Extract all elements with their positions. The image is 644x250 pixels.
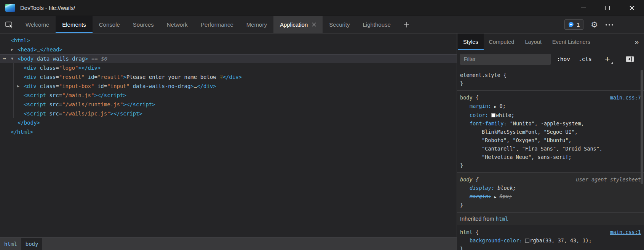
- toggle-pseudo-state-button[interactable]: :hov: [557, 56, 570, 62]
- toggle-element-classes-button[interactable]: .cls: [578, 56, 592, 62]
- row-actions-icon[interactable]: ⋯: [3, 54, 6, 63]
- styles-filter-input[interactable]: [460, 54, 551, 65]
- styles-toolbar: :hov .cls +: [457, 50, 644, 68]
- expand-arrow-icon[interactable]: ▶: [11, 45, 13, 54]
- css-declaration[interactable]: font-family: "Nunito", -apple-system,: [460, 119, 641, 128]
- close-tab-icon[interactable]: [312, 22, 316, 27]
- dom-tree-row[interactable]: <html>: [0, 36, 457, 45]
- css-property-value[interactable]: block;: [497, 185, 516, 191]
- rule-selector[interactable]: body: [460, 175, 473, 184]
- tab-security[interactable]: Security: [323, 16, 356, 33]
- chevrons-right-icon: »: [634, 38, 639, 46]
- close-button[interactable]: [620, 0, 644, 16]
- css-declaration[interactable]: color: white;: [460, 111, 641, 119]
- sidebar-tab-styles[interactable]: Styles: [458, 34, 484, 50]
- css-property-name[interactable]: margin:: [470, 193, 491, 199]
- css-declaration[interactable]: margin: ▶ 8px;: [460, 192, 641, 201]
- css-property-name[interactable]: background-color:: [470, 237, 522, 244]
- code-token-tag: <script: [24, 111, 46, 117]
- sidebar-scrollbar[interactable]: [641, 70, 643, 184]
- css-property-value-wrap[interactable]: "Helvetica Neue", sans-serif;: [460, 153, 641, 161]
- tab-welcome[interactable]: Welcome: [19, 16, 56, 33]
- dom-tree-row[interactable]: ▶<div class="input-box" id="input" data-…: [0, 82, 457, 91]
- inspect-element-button[interactable]: [0, 16, 19, 33]
- dom-tree-row[interactable]: ⋯▼<body data-wails-drag> == $0: [0, 54, 457, 63]
- three-dots-icon: [605, 24, 614, 26]
- css-property-value-wrap[interactable]: "Cantarell", "Fira Sans", "Droid Sans",: [460, 144, 641, 153]
- rule-selector[interactable]: element.style: [460, 71, 500, 79]
- code-token-tag: ></div>: [78, 65, 101, 71]
- collapse-arrow-icon[interactable]: ▼: [11, 54, 13, 63]
- inherited-node-link[interactable]: html: [496, 216, 508, 222]
- css-property-value[interactable]: "Nunito", -apple-system,: [510, 120, 584, 127]
- breadcrumb-body[interactable]: body: [21, 238, 43, 250]
- style-rule-section: body {main.css:7margin: ▶ 0;color: white…: [457, 91, 644, 173]
- css-property-value[interactable]: 8px;: [500, 193, 512, 199]
- css-declaration[interactable]: display: block;: [460, 184, 641, 192]
- tab-label: Console: [99, 21, 120, 28]
- window-controls: [571, 0, 644, 16]
- tab-console[interactable]: Console: [93, 16, 126, 33]
- settings-button[interactable]: ⚙: [591, 21, 598, 29]
- dom-tree-row[interactable]: <script src="/main.js"></script>: [0, 91, 457, 100]
- stylesheet-link[interactable]: main.css:1: [610, 228, 641, 236]
- css-property-name[interactable]: font-family:: [470, 120, 507, 127]
- css-property-name[interactable]: margin:: [470, 103, 491, 109]
- close-brace: }: [460, 79, 641, 88]
- stylesheet-link[interactable]: main.css:7: [610, 93, 641, 102]
- code-token-tag: <div: [24, 83, 37, 89]
- tab-elements[interactable]: Elements: [56, 16, 93, 33]
- close-brace: }: [460, 201, 641, 210]
- color-swatch[interactable]: [525, 239, 529, 243]
- dom-tree-row[interactable]: <div class="logo"></div>: [0, 63, 457, 72]
- rule-selector[interactable]: html: [460, 228, 473, 236]
- inherited-from-header: Inherited from html: [457, 213, 644, 225]
- sidebar-tab-computed[interactable]: Computed: [484, 34, 520, 50]
- css-property-value-wrap[interactable]: BlinkMacSystemFont, "Segoe UI",: [460, 128, 641, 136]
- rule-header: element.style {: [460, 71, 641, 79]
- add-panel-button[interactable]: [397, 16, 415, 33]
- css-property-value[interactable]: white;: [496, 112, 515, 118]
- tab-label: Network: [167, 21, 188, 28]
- code-token-val: "/wails/ipc.js": [62, 111, 110, 117]
- more-options-button[interactable]: [605, 24, 614, 26]
- code-token-pun: =: [94, 74, 97, 80]
- expand-arrow-icon[interactable]: ▶: [17, 82, 19, 91]
- code-token-tag: </head>: [40, 46, 62, 53]
- css-property-value[interactable]: rgba(33, 37, 43, 1);: [530, 237, 592, 244]
- dom-tree-row[interactable]: <script src="/wails/runtime.js"></script…: [0, 100, 457, 109]
- tab-performance[interactable]: Performance: [194, 16, 240, 33]
- sidebar-tab-event-listeners[interactable]: Event Listeners: [547, 34, 596, 50]
- sidebar-tab-layout[interactable]: Layout: [519, 34, 547, 50]
- dock-sidebar-icon: [625, 56, 634, 62]
- dom-tree-row[interactable]: </body>: [0, 118, 457, 127]
- breadcrumb-html[interactable]: html: [0, 238, 21, 250]
- code-token-val: "/wails/runtime.js": [62, 101, 123, 107]
- css-property-name[interactable]: display:: [470, 185, 494, 191]
- tab-application[interactable]: Application: [273, 16, 323, 33]
- minimize-button[interactable]: [571, 0, 595, 16]
- styles-sidebar: StylesComputedLayoutEvent Listeners» :ho…: [457, 34, 644, 250]
- inherited-label: Inherited from: [460, 216, 496, 222]
- rule-selector[interactable]: body: [460, 93, 473, 102]
- space: [488, 112, 491, 118]
- dom-tree-row[interactable]: <script src="/wails/ipc.js"></script>: [0, 109, 457, 118]
- css-property-name[interactable]: color:: [470, 112, 488, 118]
- tab-network[interactable]: Network: [160, 16, 194, 33]
- tab-memory[interactable]: Memory: [240, 16, 273, 33]
- toggle-sidebar-button[interactable]: [625, 56, 634, 62]
- css-declaration[interactable]: background-color: rgba(33, 37, 43, 1);: [460, 236, 641, 245]
- new-style-rule-button[interactable]: +: [603, 55, 612, 63]
- maximize-button[interactable]: [595, 0, 620, 16]
- color-swatch[interactable]: [491, 113, 495, 117]
- css-property-value[interactable]: 0;: [500, 103, 506, 109]
- dom-tree-row[interactable]: </html>: [0, 127, 457, 136]
- issues-counter[interactable]: 1: [564, 19, 583, 30]
- tab-lighthouse[interactable]: Lighthouse: [356, 16, 397, 33]
- dom-tree-row[interactable]: <div class="result" id="result">Please e…: [0, 72, 457, 82]
- css-declaration[interactable]: margin: ▶ 0;: [460, 102, 641, 111]
- tab-sources[interactable]: Sources: [126, 16, 160, 33]
- css-property-value-wrap[interactable]: "Roboto", "Oxygen", "Ubuntu",: [460, 136, 641, 144]
- dom-tree-row[interactable]: ▶<head>…</head>: [0, 45, 457, 54]
- more-tabs-button[interactable]: »: [629, 34, 644, 50]
